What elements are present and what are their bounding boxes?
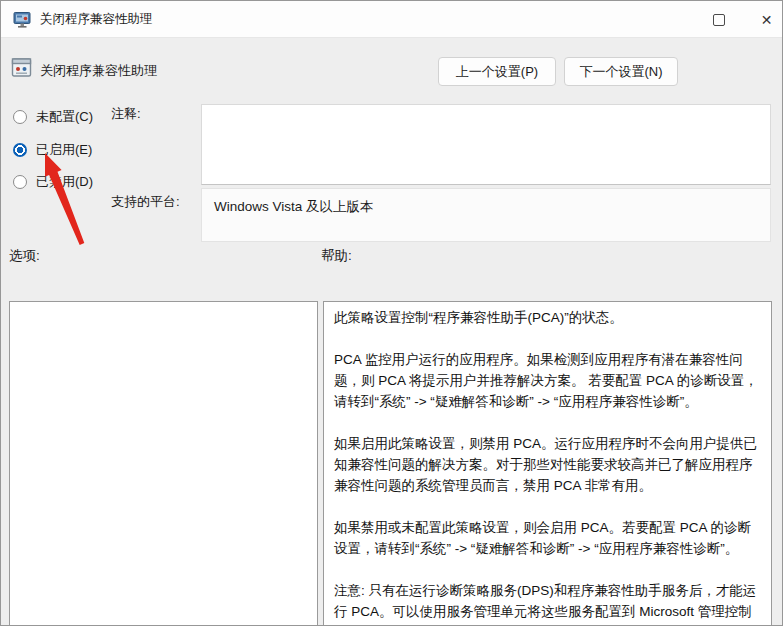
options-section-label: 选项:: [9, 247, 40, 265]
previous-setting-button[interactable]: 上一个设置(P): [438, 57, 556, 86]
supported-platforms-label: 支持的平台:: [111, 193, 180, 211]
radio-not-configured-label: 未配置(C): [36, 108, 93, 126]
options-panel: [9, 301, 318, 626]
help-section-label: 帮助:: [321, 247, 352, 265]
setting-name: 关闭程序兼容性助理: [40, 62, 157, 80]
maximize-icon: [713, 14, 725, 26]
radio-disabled-dot[interactable]: [13, 175, 27, 189]
gpedit-app-icon: [13, 10, 32, 29]
close-button[interactable]: ✕: [749, 1, 783, 38]
radio-disabled-label: 已禁用(D): [36, 173, 93, 191]
comment-label: 注释:: [111, 105, 141, 123]
policy-setting-icon: [11, 57, 32, 78]
radio-disabled[interactable]: 已禁用(D): [13, 173, 93, 191]
help-text: 此策略设置控制“程序兼容性助手(PCA)”的状态。 PCA 监控用户运行的应用程…: [334, 307, 761, 626]
radio-enabled[interactable]: 已启用(E): [13, 141, 92, 159]
supported-platforms-value: Windows Vista 及以上版本: [201, 188, 771, 242]
title-bar: 关闭程序兼容性助理 ✕: [1, 1, 782, 38]
close-icon: ✕: [761, 12, 773, 28]
window-title: 关闭程序兼容性助理: [40, 1, 153, 38]
comment-textarea[interactable]: [201, 104, 771, 185]
radio-enabled-label: 已启用(E): [36, 141, 92, 159]
policy-setting-dialog: 关闭程序兼容性助理 ✕ 关闭程序兼容性助理 上一个设置(P) 下一个设置(N) …: [0, 0, 783, 626]
maximize-button[interactable]: [698, 1, 740, 38]
help-panel[interactable]: 此策略设置控制“程序兼容性助手(PCA)”的状态。 PCA 监控用户运行的应用程…: [323, 301, 772, 626]
radio-not-configured-dot[interactable]: [13, 110, 27, 124]
next-setting-button[interactable]: 下一个设置(N): [564, 57, 678, 86]
radio-not-configured[interactable]: 未配置(C): [13, 108, 93, 126]
radio-enabled-dot[interactable]: [13, 143, 27, 157]
